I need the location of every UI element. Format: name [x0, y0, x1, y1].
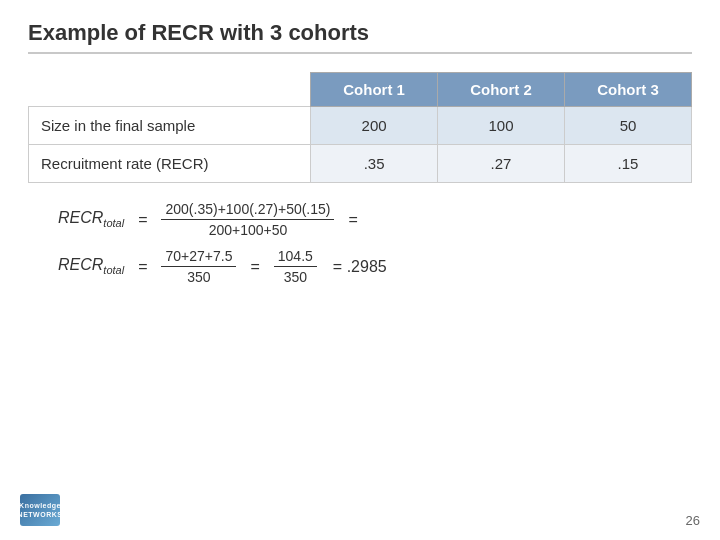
formula-line-2: RECRtotal = 70+27+7.5 350 = 104.5 350 = … — [58, 248, 387, 285]
col-header-cohort1: Cohort 1 — [311, 73, 438, 107]
col-header-cohort3: Cohort 3 — [565, 73, 692, 107]
formula2-equals2: = — [246, 258, 263, 276]
row2-val3: .15 — [565, 145, 692, 183]
row2-val2: .27 — [438, 145, 565, 183]
formula1-sub: total — [103, 218, 124, 230]
row1-val1: 200 — [311, 107, 438, 145]
col-header-empty — [29, 73, 311, 107]
formula1-fraction: 200(.35)+100(.27)+50(.15) 200+100+50 — [161, 201, 334, 238]
col-header-cohort2: Cohort 2 — [438, 73, 565, 107]
table-row: Recruitment rate (RECR) .35 .27 .15 — [29, 145, 692, 183]
logo-area: Knowledge NETWORKS — [20, 494, 60, 526]
page-container: Example of RECR with 3 cohorts Cohort 1 … — [0, 0, 720, 540]
formula2-fraction1: 70+27+7.5 350 — [161, 248, 236, 285]
row1-val2: 100 — [438, 107, 565, 145]
formula2-denominator1: 350 — [183, 267, 214, 285]
table-row: Size in the final sample 200 100 50 — [29, 107, 692, 145]
row1-label: Size in the final sample — [29, 107, 311, 145]
row1-val3: 50 — [565, 107, 692, 145]
formula2-lhs: RECRtotal — [58, 256, 124, 276]
formula-section: RECRtotal = 200(.35)+100(.27)+50(.15) 20… — [28, 201, 692, 285]
cohort-table: Cohort 1 Cohort 2 Cohort 3 Size in the f… — [28, 72, 692, 183]
formula2-sub: total — [103, 265, 124, 277]
formula1-equals: = — [134, 211, 151, 229]
logo-box: Knowledge NETWORKS — [20, 494, 60, 526]
formula2-fraction2: 104.5 350 — [274, 248, 317, 285]
formula1-lhs: RECRtotal — [58, 209, 124, 229]
formula2-result: = .2985 — [327, 258, 387, 276]
formula2-numerator2: 104.5 — [274, 248, 317, 267]
formula1-denominator: 200+100+50 — [205, 220, 292, 238]
formula1-trailing-equals: = — [344, 211, 361, 229]
formula1-numerator: 200(.35)+100(.27)+50(.15) — [161, 201, 334, 220]
row2-label: Recruitment rate (RECR) — [29, 145, 311, 183]
formula2-equals1: = — [134, 258, 151, 276]
formula2-numerator1: 70+27+7.5 — [161, 248, 236, 267]
formula-line-1: RECRtotal = 200(.35)+100(.27)+50(.15) 20… — [58, 201, 362, 238]
page-title: Example of RECR with 3 cohorts — [28, 20, 692, 54]
table-section: Cohort 1 Cohort 2 Cohort 3 Size in the f… — [28, 72, 692, 183]
formula2-denominator2: 350 — [280, 267, 311, 285]
row2-val1: .35 — [311, 145, 438, 183]
logo-text: Knowledge NETWORKS — [18, 501, 63, 519]
page-number: 26 — [686, 513, 700, 528]
